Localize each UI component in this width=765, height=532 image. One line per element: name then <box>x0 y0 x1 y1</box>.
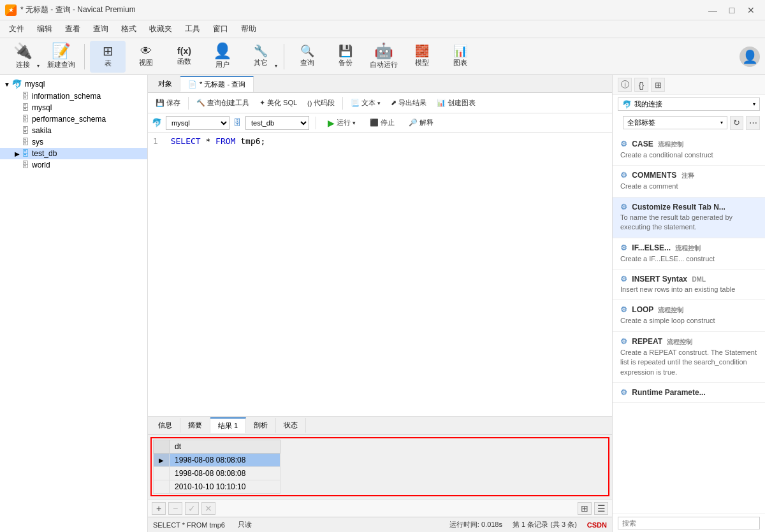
cancel-edit-button[interactable]: ✕ <box>201 502 215 515</box>
tree-arrow-test-db: ▶ <box>13 150 22 157</box>
add-row-button[interactable]: + <box>152 502 166 515</box>
table-row[interactable]: 1998-08-08 08:08:08 <box>154 467 280 480</box>
main-layout: ▼ 🐬 mysql 🗄 information_schema 🗄 mysql 🗄… <box>0 75 765 532</box>
db-selector-1[interactable]: mysql <box>166 116 229 130</box>
model-button[interactable]: 🧱 模型 <box>404 41 440 73</box>
delete-row-button[interactable]: − <box>168 502 182 515</box>
tree-label-sys: sys <box>32 138 43 147</box>
run-button[interactable]: ▶ 运行 ▾ <box>323 116 361 130</box>
save-icon: 💾 <box>156 99 164 107</box>
snippet-item-insert[interactable]: ⚙ INSERT Syntax DML Insert new rows into… <box>613 270 765 300</box>
query-tab[interactable]: 📄 * 无标题 - 查询 <box>180 76 254 92</box>
snippet-tag-comments: 注释 <box>681 172 694 179</box>
snippet-title-comments: ⚙ COMMENTS 注释 <box>620 171 757 180</box>
tree-item-sys[interactable]: 🗄 sys <box>0 136 147 148</box>
grid-icon: ⊞ <box>655 80 662 90</box>
result-tab-summary[interactable]: 摘要 <box>180 418 210 433</box>
function-label: 函数 <box>177 57 191 66</box>
chart-button[interactable]: 📊 图表 <box>442 41 478 73</box>
result-table-wrapper: dt ▶ 1998-08-08 08:08:08 1998-08-08 08:0… <box>150 437 609 496</box>
connect-button[interactable]: 🔌 连接 <box>5 41 41 73</box>
connection-selector[interactable]: 🐬 我的连接 ▾ <box>618 97 760 111</box>
tree-item-mysql[interactable]: 🗄 mysql <box>0 102 147 113</box>
query-builder-button[interactable]: 🔨 查询创建工具 <box>193 96 253 110</box>
menu-file[interactable]: 文件 <box>3 21 31 37</box>
result-tab-profile[interactable]: 剖析 <box>246 418 276 433</box>
new-query-button[interactable]: 📝 新建查询 <box>43 41 79 73</box>
snippet-item-customize[interactable]: ⚙ Customize Result Tab N... To name the … <box>613 198 765 238</box>
code-snippet-button[interactable]: () 代码段 <box>303 96 339 110</box>
result-tab-status[interactable]: 状态 <box>276 418 306 433</box>
snippet-item-comments[interactable]: ⚙ COMMENTS 注释 Create a comment <box>613 166 765 197</box>
menu-query[interactable]: 查询 <box>87 21 115 37</box>
minimize-button[interactable]: — <box>704 4 722 17</box>
tree-item-sakila[interactable]: 🗄 sakila <box>0 125 147 136</box>
tree-item-performance-schema[interactable]: 🗄 performance_schema <box>0 113 147 125</box>
snippet-search-input[interactable] <box>618 517 760 529</box>
result-tab-result1[interactable]: 结果 1 <box>210 417 246 433</box>
grid-button[interactable]: ⊞ <box>651 78 665 92</box>
autorun-button[interactable]: 🤖 自动运行 <box>366 41 402 73</box>
other-button[interactable]: 🔧 其它 <box>243 41 279 73</box>
check-button[interactable]: ✓ <box>185 502 199 515</box>
grid-view-button[interactable]: ⊞ <box>578 502 592 515</box>
explain-button[interactable]: 🔎 解释 <box>404 116 439 129</box>
tree-item-mysql-root[interactable]: ▼ 🐬 mysql <box>0 78 147 90</box>
db-selector-2[interactable]: test_db <box>245 116 309 130</box>
maximize-button[interactable]: □ <box>723 4 741 17</box>
result-tab-info[interactable]: 信息 <box>150 418 180 433</box>
snippet-item-ifelse[interactable]: ⚙ IF...ELSE... 流程控制 Create a IF...ELSE..… <box>613 238 765 270</box>
snippet-item-case[interactable]: ⚙ CASE 流程控制 Create a conditional constru… <box>613 134 765 166</box>
query-button[interactable]: 🔍 查询 <box>289 41 325 73</box>
snippet-item-runtime[interactable]: ⚙ Runtime Paramete... <box>613 383 765 403</box>
title-bar: ★ * 无标题 - 查询 - Navicat Premium — □ ✕ <box>0 0 765 20</box>
form-view-button[interactable]: ☰ <box>594 502 608 515</box>
tree-item-information-schema[interactable]: 🗄 information_schema <box>0 90 147 102</box>
table-row[interactable]: 2010-10-10 10:10:10 <box>154 480 280 494</box>
create-chart-button[interactable]: 📊 创建图表 <box>433 96 479 110</box>
export-icon: ⬈ <box>391 99 397 107</box>
explain-icon: 🔎 <box>409 119 418 127</box>
menu-favorites[interactable]: 收藏夹 <box>143 21 178 37</box>
info-button[interactable]: ⓘ <box>618 78 632 92</box>
backup-button[interactable]: 💾 备份 <box>328 41 363 73</box>
snippet-icon-customize: ⚙ <box>620 203 627 212</box>
result-tab-result1-label: 结果 1 <box>218 422 238 429</box>
table-label: 表 <box>105 59 112 68</box>
snippet-tag-case: 流程控制 <box>658 141 683 148</box>
menu-window[interactable]: 窗口 <box>207 21 235 37</box>
stop-button[interactable]: ⬛ 停止 <box>365 116 400 129</box>
snippet-item-repeat[interactable]: ⚙ REPEAT 流程控制 Create a REPEAT construct.… <box>613 332 765 383</box>
tag-selector[interactable]: 全部标签 ▾ <box>623 116 727 129</box>
db-icon-4: 🗄 <box>22 126 29 135</box>
tree-item-world[interactable]: 🗄 world <box>0 159 147 171</box>
export-result-button[interactable]: ⬈ 导出结果 <box>387 96 430 110</box>
menu-view[interactable]: 查看 <box>59 21 87 37</box>
row-cell-1-1: 1998-08-08 08:08:08 <box>170 454 280 467</box>
close-button[interactable]: ✕ <box>742 4 760 17</box>
text-button[interactable]: 📃 文本 ▾ <box>347 96 384 110</box>
code-button[interactable]: {} <box>634 78 648 92</box>
snippet-title-runtime: ⚙ Runtime Paramete... <box>620 388 757 397</box>
user-button[interactable]: 👤 用户 <box>205 41 240 73</box>
beautify-sql-button[interactable]: ✦ 美化 SQL <box>256 96 301 110</box>
object-tab[interactable]: 对象 <box>150 76 180 91</box>
snippet-panel: ⓘ {} ⊞ 🐬 我的连接 ▾ 全部标签 ▾ ↻ <box>612 75 765 532</box>
refresh-button[interactable]: ↻ <box>730 116 744 130</box>
menu-help[interactable]: 帮助 <box>235 21 263 37</box>
view-label: 视图 <box>139 58 153 68</box>
db-icon-mysql: 🐬 <box>152 118 162 127</box>
view-button[interactable]: 👁 视图 <box>128 41 164 73</box>
menu-format[interactable]: 格式 <box>115 21 143 37</box>
menu-edit[interactable]: 编辑 <box>31 21 59 37</box>
status-record-info: 第 1 条记录 (共 3 条) <box>513 520 577 529</box>
table-button[interactable]: ⊞ 表 <box>90 41 126 73</box>
tree-item-test-db[interactable]: ▶ 🗄 test_db <box>0 148 147 159</box>
table-row[interactable]: ▶ 1998-08-08 08:08:08 <box>154 454 280 467</box>
save-button[interactable]: 💾 保存 <box>152 96 184 110</box>
function-button[interactable]: f(x) 函数 <box>166 41 202 73</box>
code-editor[interactable]: 1 SELECT * FROM tmp6; <box>148 133 612 417</box>
filter-button[interactable]: ⋯ <box>746 116 760 130</box>
menu-tools[interactable]: 工具 <box>178 21 207 37</box>
snippet-item-loop[interactable]: ⚙ LOOP 流程控制 Create a simple loop constru… <box>613 300 765 331</box>
